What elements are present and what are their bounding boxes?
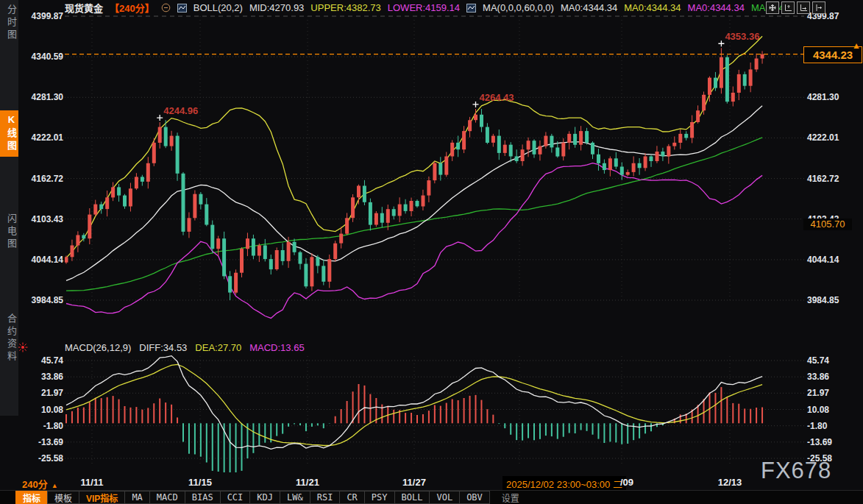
boll-name: BOLL(20,2)	[193, 2, 243, 13]
candle-body	[444, 157, 448, 175]
tab-templates[interactable]: 模板	[47, 491, 79, 504]
macd-dea: DEA:27.70	[195, 342, 241, 353]
tab-vip-indicators[interactable]: VIP指标	[79, 491, 125, 504]
close-indicator-icon[interactable]	[18, 342, 28, 355]
candle-body	[351, 197, 355, 218]
sidebar-item-time-chart[interactable]: 分时图	[0, 4, 18, 42]
sidebar-item-contract-info[interactable]: 合约资料	[0, 313, 18, 363]
candle-body	[88, 215, 91, 239]
candle-body	[216, 238, 220, 249]
ma0-yellow: MA0:4344.34	[624, 2, 681, 13]
candle-body	[620, 167, 624, 175]
tab-bias[interactable]: BIAS	[185, 491, 221, 504]
tab-psy[interactable]: PSY	[364, 491, 395, 504]
x-tick-label: 12/13	[718, 477, 742, 488]
boll-mid: MID:4270.93	[249, 2, 304, 13]
candle-body	[222, 238, 226, 276]
candlestick-chart[interactable]: 4244.964264.434353.36	[0, 0, 863, 504]
candle-body	[438, 163, 442, 175]
candle-body	[105, 197, 109, 209]
macd-header: MACD(26,12,9) DIFF:34.53 DEA:27.70 MACD:…	[65, 341, 305, 354]
swing-cross-marker	[473, 102, 479, 107]
pan-icon[interactable]	[766, 1, 779, 14]
x-axis: 11/11 11/15 11/21 11/27 2025/12/02 23:00…	[0, 476, 863, 489]
candle-body	[93, 205, 97, 215]
candle-body	[176, 136, 180, 174]
circle-adjust-icon[interactable]	[161, 3, 171, 13]
macd-value: MACD:13.65	[249, 342, 304, 353]
zoom-in-axis-icon[interactable]	[781, 1, 795, 14]
candle-body	[456, 143, 460, 149]
tab-indicators[interactable]: 指标	[15, 491, 48, 504]
swing-cross-marker	[157, 115, 163, 121]
candle-body	[638, 163, 642, 168]
watermark: FX678	[761, 458, 831, 484]
candle-body	[410, 201, 413, 211]
candle-body	[164, 127, 168, 146]
candle-body	[357, 186, 361, 198]
candle-body	[661, 152, 664, 157]
candle-body	[76, 235, 79, 246]
tab-cr[interactable]: CR	[339, 491, 364, 504]
macd-diff: DIFF:34.53	[139, 342, 187, 353]
candle-body	[608, 158, 612, 170]
sidebar-item-flash-chart[interactable]: 闪电图	[0, 213, 18, 251]
candle-body	[702, 95, 706, 110]
tab-boll[interactable]: BOLL	[394, 491, 430, 504]
candle-body	[193, 194, 196, 219]
boll-indicator-icon[interactable]	[177, 4, 187, 13]
trading-app-window: 4244.964264.434353.36 4399.874399.874340…	[0, 0, 863, 504]
candle-body	[614, 158, 618, 166]
tab-lw[interactable]: LW&	[280, 491, 310, 504]
candle-body	[210, 225, 214, 249]
candle-body	[650, 157, 653, 162]
ma0-magenta: MA0:4344.34	[688, 2, 745, 13]
candle-body	[228, 276, 232, 292]
tab-macd[interactable]: MACD	[149, 491, 185, 504]
candle-body	[561, 143, 565, 157]
x-tick-label: 11/21	[296, 477, 319, 488]
period-dropdown-label: 240分	[22, 479, 48, 490]
tab-settings[interactable]: 设置	[494, 491, 527, 504]
dea-line	[66, 364, 762, 445]
candle-body	[450, 143, 454, 157]
candle-body	[626, 172, 630, 175]
candle-body	[135, 177, 138, 188]
candle-body	[503, 145, 507, 153]
candle-body	[339, 234, 343, 244]
candle-body	[433, 163, 436, 180]
candle-body	[527, 141, 530, 149]
sidebar-item-kline-chart[interactable]: K线图	[0, 110, 18, 157]
candle-body	[117, 187, 121, 195]
tab-cci[interactable]: CCI	[220, 491, 251, 504]
tab-vol[interactable]: VOL	[429, 491, 460, 504]
tab-ma[interactable]: MA	[124, 491, 149, 504]
tab-kdj[interactable]: KDJ	[249, 491, 280, 504]
tab-rsi[interactable]: RSI	[310, 491, 341, 504]
swing-price-label: 4264.43	[480, 92, 514, 103]
zoom-out-axis-icon[interactable]	[797, 1, 810, 14]
candle-body	[579, 131, 583, 145]
next-page-icon[interactable]	[812, 1, 825, 14]
candle-body	[720, 57, 723, 88]
candle-body	[725, 57, 729, 102]
period-dropdown[interactable]: 240分▲	[22, 477, 58, 491]
candle-body	[111, 187, 115, 197]
candle-body	[632, 163, 636, 172]
x-tick-label: 11/15	[188, 477, 212, 488]
candle-body	[515, 157, 519, 162]
dropdown-triangle-icon: ▲	[52, 482, 58, 489]
tab-obv[interactable]: OBV	[459, 491, 490, 504]
candle-body	[462, 131, 466, 149]
candle-body	[252, 238, 255, 255]
symbol-name: 现货黄金	[65, 1, 103, 15]
ma-indicator-icon[interactable]	[466, 4, 476, 13]
boll-upper: UPPER:4382.73	[310, 2, 380, 13]
boll-lower: LOWER:4159.14	[388, 2, 460, 13]
candle-body	[65, 257, 68, 262]
candle-body	[480, 115, 483, 127]
candle-body	[123, 196, 127, 207]
candle-body	[714, 78, 717, 88]
candle-body	[369, 202, 372, 225]
candle-body	[486, 127, 489, 143]
